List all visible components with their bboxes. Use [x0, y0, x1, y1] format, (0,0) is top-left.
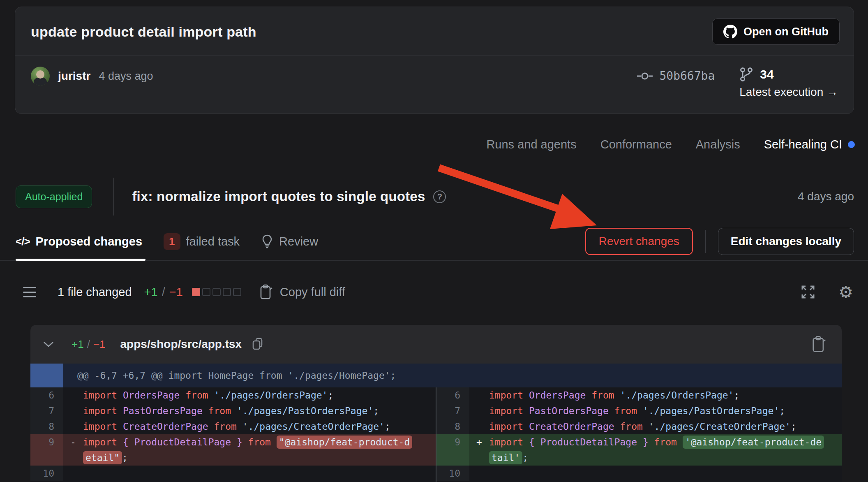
code-text: import OrdersPage from './pages/OrdersPa… — [469, 387, 842, 403]
settings-button[interactable]: ⚙ — [838, 284, 853, 300]
edit-changes-locally-button[interactable]: Edit changes locally — [718, 228, 854, 255]
commit-time: 4 days ago — [99, 70, 153, 83]
line-number: 7 — [30, 403, 63, 419]
code-text: import OrdersPage from './pages/OrdersPa… — [63, 387, 436, 403]
tab-proposed-changes[interactable]: </> Proposed changes — [16, 235, 142, 248]
code-text: import PastOrdersPage from './pages/Past… — [63, 403, 436, 419]
code-text: tail'; — [469, 450, 842, 466]
diff-file-header: +1 / −1 apps/shop/src/app.tsx — [30, 325, 842, 364]
fix-title: fix: normalize import quotes to single q… — [132, 189, 425, 204]
hunk-text: @@ -6,7 +6,7 @@ import HomePage from './… — [77, 370, 396, 381]
line-number: 9 — [30, 434, 63, 450]
hunk-gutter-block — [30, 364, 63, 387]
diff-line[interactable]: 10 — [30, 466, 436, 481]
file-list-menu-icon[interactable] — [23, 287, 36, 297]
code-icon: </> — [16, 235, 30, 248]
line-number — [436, 450, 469, 466]
copy-path-button[interactable] — [252, 337, 264, 351]
ratio-square-empty — [202, 288, 210, 296]
nav-tab-analysis[interactable]: Analysis — [696, 138, 740, 151]
code-text: import PastOrdersPage from './pages/Past… — [469, 403, 842, 419]
vertical-divider — [705, 230, 706, 253]
open-on-github-button[interactable]: Open on GitHub — [712, 19, 840, 45]
files-changed-label: 1 file changed — [58, 285, 132, 299]
diff-line[interactable]: 7import PastOrdersPage from './pages/Pas… — [30, 403, 436, 419]
file-deletions: −1 — [93, 338, 106, 351]
line-number: 7 — [436, 403, 469, 419]
executions-group: 34 Latest execution → — [739, 67, 838, 99]
diff-pane-new: 6import OrdersPage from './pages/OrdersP… — [436, 387, 842, 482]
diff-line[interactable]: 9-import { ProductDetailPage } from "@ai… — [30, 434, 436, 450]
diff-panes: 6import OrdersPage from './pages/OrdersP… — [30, 387, 842, 482]
ratio-square-filled — [192, 288, 200, 296]
line-number: 10 — [30, 466, 63, 481]
commit-hash-group[interactable]: 50b667ba — [636, 69, 715, 83]
help-icon[interactable]: ? — [433, 190, 446, 203]
expand-icon — [801, 285, 815, 299]
line-number — [30, 450, 63, 466]
github-icon — [723, 25, 737, 39]
code-text: import CreateOrderPage from './pages/Cre… — [63, 419, 436, 434]
author-row: juristr 4 days ago 50b667ba 34 Latest ex… — [15, 56, 854, 114]
author-name: juristr — [58, 70, 90, 83]
code-text: etail"; — [63, 450, 436, 466]
ratio-square-empty — [223, 288, 231, 296]
line-number: 8 — [436, 419, 469, 434]
notification-dot — [848, 141, 855, 148]
expand-fullscreen-button[interactable] — [801, 285, 815, 299]
git-branch-icon — [739, 67, 753, 82]
active-tab-underline — [16, 259, 145, 261]
git-commit-icon — [636, 70, 653, 82]
diff-line[interactable]: 7import PastOrdersPage from './pages/Pas… — [436, 403, 842, 419]
file-additions: +1 — [72, 338, 84, 351]
diff-line[interactable]: etail"; — [30, 450, 436, 466]
diff-line[interactable]: 6import OrdersPage from './pages/OrdersP… — [30, 387, 436, 403]
ratio-square-empty — [212, 288, 221, 296]
changes-tab-row: </> Proposed changes 1 failed task Revie… — [0, 223, 868, 261]
avatar[interactable] — [31, 67, 50, 86]
auto-applied-badge: Auto-applied — [16, 185, 92, 208]
diff-line[interactable]: tail'; — [436, 450, 842, 466]
commit-header-card: update product detail import path Open o… — [15, 7, 854, 114]
hunk-header: @@ -6,7 +6,7 @@ import HomePage from './… — [30, 364, 842, 387]
latest-execution-link[interactable]: Latest execution → — [739, 86, 838, 99]
fix-banner: Auto-applied fix: normalize import quote… — [16, 178, 854, 216]
diff-line[interactable]: 8import CreateOrderPage from './pages/Cr… — [436, 419, 842, 434]
lightbulb-icon — [261, 234, 273, 248]
failed-count-badge: 1 — [164, 233, 180, 250]
copy-file-diff-button[interactable] — [811, 335, 827, 353]
line-number: 6 — [30, 387, 63, 403]
code-text: import CreateOrderPage from './pages/Cre… — [469, 419, 842, 434]
commit-hash: 50b667ba — [659, 69, 715, 83]
diff-file-card: +1 / −1 apps/shop/src/app.tsx @@ -6,7 +6… — [30, 325, 842, 482]
nav-tab-self-healing-ci[interactable]: Self-healing CI — [764, 138, 855, 151]
deletions-count: −1 — [169, 285, 183, 299]
title-row: update product detail import path Open o… — [15, 7, 854, 56]
tab-review[interactable]: Review — [261, 234, 318, 248]
diff-toolbar: 1 file changed +1 / −1 Copy full diff ⚙ — [23, 279, 853, 305]
diff-line[interactable]: 9+import { ProductDetailPage } from '@ai… — [436, 434, 842, 450]
fix-time: 4 days ago — [798, 190, 854, 203]
vertical-divider — [113, 178, 114, 216]
open-on-github-label: Open on GitHub — [743, 25, 829, 38]
top-nav-tabs: Runs and agents Conformance Analysis Sel… — [0, 138, 855, 151]
ratio-square-empty — [233, 288, 241, 296]
page-title: update product detail import path — [31, 24, 256, 40]
nav-tab-conformance[interactable]: Conformance — [600, 138, 672, 151]
diff-line[interactable]: 6import OrdersPage from './pages/OrdersP… — [436, 387, 842, 403]
chevron-down-icon[interactable] — [43, 341, 54, 348]
line-number: 9 — [436, 434, 469, 450]
code-text: -import { ProductDetailPage } from "@ais… — [63, 434, 436, 450]
line-number: 6 — [436, 387, 469, 403]
tab-failed-task[interactable]: 1 failed task — [164, 233, 240, 250]
nav-tab-runs-and-agents[interactable]: Runs and agents — [486, 138, 576, 151]
revert-changes-button[interactable]: Revert changes — [585, 228, 693, 255]
diff-line[interactable]: 10 — [436, 466, 842, 481]
execution-count: 34 — [760, 67, 773, 81]
copy-icon — [252, 337, 264, 351]
clipboard-icon — [811, 335, 827, 353]
copy-full-diff-button[interactable]: Copy full diff — [259, 284, 345, 300]
diff-line[interactable]: 8import CreateOrderPage from './pages/Cr… — [30, 419, 436, 434]
line-number: 8 — [30, 419, 63, 434]
line-number: 10 — [436, 466, 469, 481]
